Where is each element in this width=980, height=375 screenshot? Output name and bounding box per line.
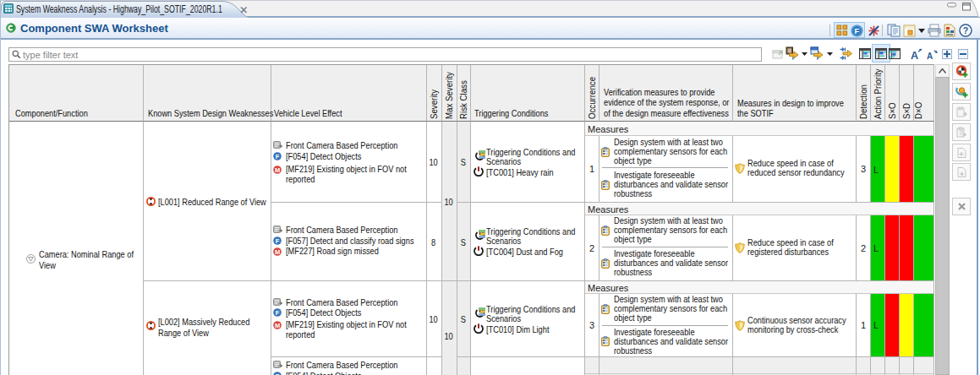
svg-text:F: F	[276, 153, 280, 160]
svg-text:M: M	[275, 248, 280, 256]
svg-text:F: F	[276, 237, 280, 245]
svg-text:M: M	[275, 322, 280, 329]
svg-text:A: A	[911, 50, 918, 60]
svg-text:?: ?	[963, 25, 968, 35]
svg-text:A: A	[927, 52, 933, 60]
svg-text:F: F	[855, 26, 860, 35]
svg-text:F: F	[276, 309, 280, 317]
svg-text:M: M	[275, 166, 280, 174]
